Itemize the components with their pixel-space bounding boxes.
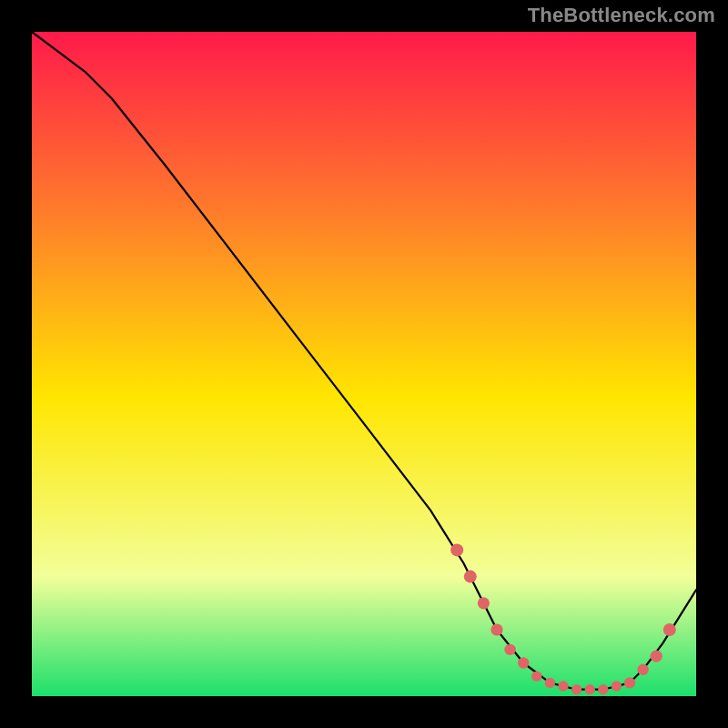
marker-dot (637, 664, 648, 675)
gradient-background (32, 32, 696, 696)
marker-dot (598, 684, 608, 694)
marker-dot (663, 623, 676, 636)
marker-dot (612, 681, 622, 691)
marker-dot (624, 677, 635, 688)
marker-dot (478, 597, 490, 609)
marker-dot (571, 684, 581, 694)
marker-dot (531, 671, 541, 681)
watermark-text: TheBottleneck.com (528, 4, 715, 27)
marker-dot (464, 571, 477, 583)
chart-frame: TheBottleneck.com (0, 0, 728, 728)
marker-dot (518, 657, 529, 668)
marker-dot (585, 684, 595, 694)
marker-dot (450, 543, 463, 556)
marker-dot (651, 651, 662, 662)
marker-dot (558, 681, 568, 691)
marker-dot (504, 644, 515, 655)
marker-dot (545, 678, 555, 688)
chart-svg (32, 32, 696, 696)
marker-dot (490, 623, 502, 635)
plot-area (32, 32, 696, 696)
